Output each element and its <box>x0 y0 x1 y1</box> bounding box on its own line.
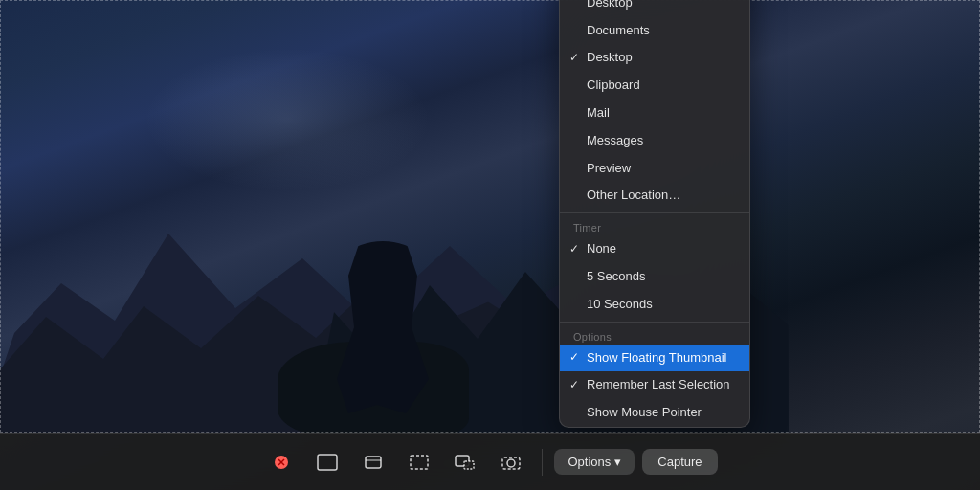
desktop1-label: Desktop <box>587 0 633 10</box>
timer-none-check: ✓ <box>569 240 579 258</box>
timer-label: Timer <box>560 216 749 235</box>
mail-label: Mail <box>587 105 610 120</box>
sky-glow <box>144 48 431 191</box>
capture-button[interactable]: Capture <box>642 449 717 475</box>
desktop2-check: ✓ <box>569 49 579 67</box>
svg-rect-8 <box>464 461 474 469</box>
timer-5-label: 5 Seconds <box>587 269 645 283</box>
divider-1 <box>560 212 749 213</box>
menu-item-timer-5[interactable]: 5 Seconds <box>560 263 749 291</box>
remember-last-label: Remember Last Selection <box>587 377 730 391</box>
close-button[interactable] <box>262 443 301 481</box>
person-figure <box>325 241 440 413</box>
menu-item-desktop2[interactable]: ✓ Desktop <box>560 44 749 72</box>
window-selection-icon <box>455 454 476 471</box>
svg-rect-4 <box>366 457 381 468</box>
capture-label: Capture <box>657 455 702 469</box>
floating-thumbnail-check: ✓ <box>569 348 579 367</box>
toolbar: Options ▾ Capture <box>0 433 980 490</box>
menu-item-messages[interactable]: Messages <box>560 127 749 155</box>
options-chevron-icon: ▾ <box>614 455 621 469</box>
svg-rect-3 <box>318 455 337 470</box>
other-label: Other Location… <box>587 188 680 202</box>
window-selection-button[interactable] <box>446 443 484 481</box>
background <box>0 0 980 490</box>
window-capture-button[interactable] <box>354 443 392 481</box>
toolbar-separator <box>542 449 543 476</box>
svg-point-10 <box>507 459 515 467</box>
clipboard-label: Clipboard <box>587 78 640 92</box>
menu-item-remember-last[interactable]: ✓ Remember Last Selection <box>560 371 749 399</box>
menu-item-preview[interactable]: Preview <box>560 155 749 183</box>
mountains <box>0 145 980 433</box>
menu-item-floating-thumbnail[interactable]: ✓ Show Floating Thumbnail <box>560 345 749 372</box>
menu-item-timer-10[interactable]: 10 Seconds <box>560 291 749 319</box>
options-section-label: Options <box>560 325 749 345</box>
preview-label: Preview <box>587 161 631 175</box>
window-capture-icon <box>363 454 384 471</box>
documents-label: Documents <box>587 23 650 37</box>
selection-capture-button[interactable] <box>400 443 438 481</box>
fullscreen-capture-button[interactable] <box>308 443 346 481</box>
options-label: Options <box>568 455 611 469</box>
mouse-pointer-label: Show Mouse Pointer <box>587 405 702 419</box>
desktop2-label: Desktop <box>587 50 633 64</box>
menu-item-desktop1[interactable]: Desktop <box>560 0 749 17</box>
camera-capture-icon <box>501 454 522 471</box>
messages-label: Messages <box>587 133 643 147</box>
options-button[interactable]: Options ▾ <box>554 449 635 475</box>
timer-none-label: None <box>587 241 616 256</box>
menu-item-timer-none[interactable]: ✓ None <box>560 235 749 263</box>
options-dropdown: Save to Desktop Documents ✓ Desktop Clip… <box>559 0 750 428</box>
divider-2 <box>560 322 749 323</box>
remember-last-check: ✓ <box>569 376 579 394</box>
camera-capture-button[interactable] <box>492 443 530 481</box>
menu-item-documents[interactable]: Documents <box>560 17 749 45</box>
fullscreen-capture-icon <box>317 454 338 471</box>
svg-rect-6 <box>411 456 428 469</box>
selection-capture-icon <box>409 454 430 471</box>
close-icon <box>274 455 289 470</box>
menu-item-mail[interactable]: Mail <box>560 100 749 127</box>
floating-thumbnail-label: Show Floating Thumbnail <box>587 350 726 365</box>
menu-item-clipboard[interactable]: Clipboard <box>560 72 749 100</box>
timer-10-label: 10 Seconds <box>587 297 653 311</box>
menu-item-other[interactable]: Other Location… <box>560 182 749 210</box>
menu-item-mouse-pointer[interactable]: Show Mouse Pointer <box>560 399 749 427</box>
